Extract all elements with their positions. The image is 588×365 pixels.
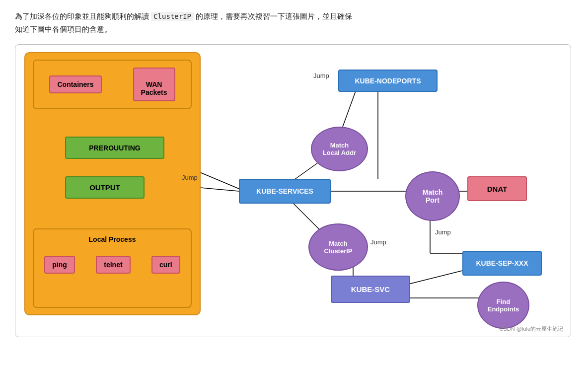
kube-services-box: KUBE-SERVICES [239,179,331,204]
intro-paragraph: 為了加深各位的印象並且能夠順利的解讀 ClusterIP 的原理，需要再次複習一… [15,10,573,35]
diagram-container: Containers WANPackets PREROUUTING OUTPUT… [15,44,571,337]
match-port-oval: MatchPort [405,171,460,221]
match-clusterip-oval: MatchClusterIP [308,223,368,271]
intro-text-2: 的原理，需要再次複習一下這張圖片，並且確保 [196,12,352,20]
kube-nodeports-box: KUBE-NODEPORTS [338,70,438,92]
jump-label-prerouuting: Jump [182,174,198,181]
jump-label-clusterip: Jump [370,238,386,246]
svg-line-16 [289,199,323,233]
dnat-box: DNAT [467,176,527,201]
find-endpoints-circle: FindEndpoints [477,282,529,329]
wan-packets-box: WANPackets [133,68,175,101]
inner-top-orange-box: Containers WANPackets [33,60,192,109]
jump-label-port: Jump [435,228,451,236]
containers-box: Containers [49,75,101,93]
inner-bottom-orange-box: Local Process ping telnet curl [33,228,192,308]
intro-text-1: 為了加深各位的印象並且能夠順利的解讀 [15,12,149,20]
intro-text-3: 知道下圖中各個項目的含意。 [15,25,112,33]
jump-label-nodeports: Jump [313,72,329,79]
kube-sep-xxx-box: KUBE-SEP-XXX [462,251,542,276]
ping-box: ping [44,256,75,274]
footer-text: CSDN @lulu的云原生笔记 [499,325,563,333]
match-local-addr-oval: MatchLocal Addr [311,127,368,171]
curl-box: curl [151,256,180,274]
local-process-label: Local Process [34,235,191,243]
prerouuting-box: PREROUUTING [65,137,164,159]
output-box: OUTPUT [65,176,145,199]
telnet-box: telnet [96,256,130,274]
kube-svc-box: KUBE-SVC [331,276,410,303]
intro-code: ClusterIP [151,12,194,21]
